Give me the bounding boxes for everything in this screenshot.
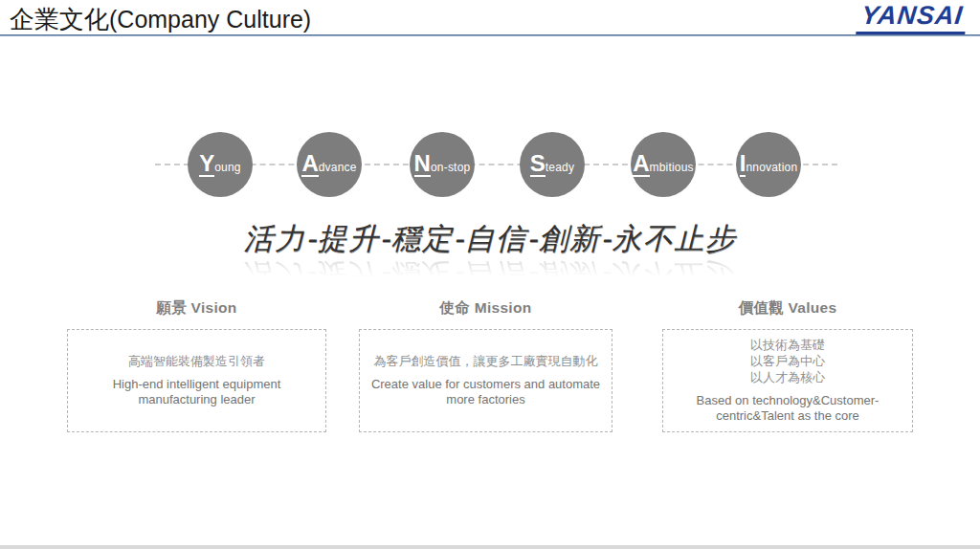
circle-initial: Y — [199, 152, 214, 177]
circle-initial: A — [633, 152, 649, 177]
circle-label: Innovation — [740, 152, 798, 177]
section-mission: 使命 Mission 為客戶創造價值，讓更多工廠實現自動化 Create val… — [359, 298, 612, 432]
section-body-zh-group: 為客戶創造價值，讓更多工廠實現自動化 — [374, 354, 598, 370]
section-box-values: 以技術為基礎 以客戶為中心 以人才為核心 Based on technology… — [662, 329, 913, 432]
section-body-zh: 以客戶為中心 — [750, 354, 825, 370]
page-title-zh: 企業文化 — [10, 6, 109, 33]
page-title: 企業文化(Company Culture) — [10, 3, 311, 36]
section-title-mission: 使命 Mission — [359, 298, 612, 318]
circle-rest: dvance — [319, 161, 357, 174]
section-box-mission: 為客戶創造價值，讓更多工廠實現自動化 Create value for cust… — [359, 329, 612, 432]
section-body-en: Create value for customers and automate … — [368, 377, 604, 408]
value-circle-advance: Advance — [297, 132, 362, 197]
circle-initial: I — [740, 152, 746, 177]
circle-rest: nnovation — [746, 161, 797, 174]
circle-label: Advance — [301, 152, 356, 177]
circle-rest: mbitious — [650, 161, 694, 174]
circle-label: Steady — [530, 152, 574, 177]
section-vision: 願景 Vision 高端智能裝備製造引領者 High-end intellige… — [67, 298, 326, 432]
bottom-accent-bar — [0, 545, 980, 549]
slide-company-culture: 企業文化(Company Culture) YANSAI Young Advan… — [0, 0, 980, 549]
page-title-en: (Company Culture) — [109, 6, 311, 33]
circle-label: Ambitious — [633, 152, 694, 177]
slogan-text: 活力-提升-穩定-自信-創新-永不止步 — [0, 221, 980, 256]
slide-header: 企業文化(Company Culture) YANSAI — [0, 0, 980, 35]
circle-rest: teady — [546, 161, 574, 174]
company-logo: YANSAI — [856, 2, 969, 34]
value-circle-young: Young — [188, 132, 253, 197]
value-circle-ambitious: Ambitious — [631, 132, 696, 197]
section-values: 價值觀 Values 以技術為基礎 以客戶為中心 以人才為核心 Based on… — [662, 298, 913, 432]
section-body-zh: 以人才為核心 — [750, 370, 825, 386]
section-box-vision: 高端智能裝備製造引領者 High-end intelligent equipme… — [67, 329, 326, 432]
section-body-zh: 高端智能裝備製造引領者 — [128, 354, 265, 370]
value-circle-non-stop: Non-stop — [410, 132, 475, 197]
section-title-vision: 願景 Vision — [67, 298, 326, 318]
circle-rest: on-stop — [431, 161, 470, 174]
circle-initial: S — [530, 152, 546, 177]
header-divider-line — [0, 34, 980, 36]
section-body-zh-group: 以技術為基礎 以客戶為中心 以人才為核心 — [750, 338, 825, 386]
section-body-zh: 為客戶創造價值，讓更多工廠實現自動化 — [374, 354, 598, 370]
value-circle-steady: Steady — [520, 132, 585, 197]
section-body-en: High-end intelligent equipment manufactu… — [76, 377, 318, 408]
slogan-reflection: 活力-提升-穩定-自信-創新-永不止步 — [0, 257, 980, 293]
section-title-values: 價值觀 Values — [662, 298, 913, 318]
circle-initial: A — [301, 152, 318, 177]
circle-initial: N — [414, 152, 431, 177]
circle-label: Young — [199, 152, 241, 177]
circle-label: Non-stop — [414, 152, 471, 177]
section-body-zh-group: 高端智能裝備製造引領者 — [128, 354, 265, 370]
section-body-zh: 以技術為基礎 — [750, 338, 825, 354]
circle-rest: oung — [214, 161, 241, 174]
value-circle-innovation: Innovation — [736, 132, 801, 197]
section-body-en: Based on technology&Customer-centric&Tal… — [671, 393, 904, 425]
